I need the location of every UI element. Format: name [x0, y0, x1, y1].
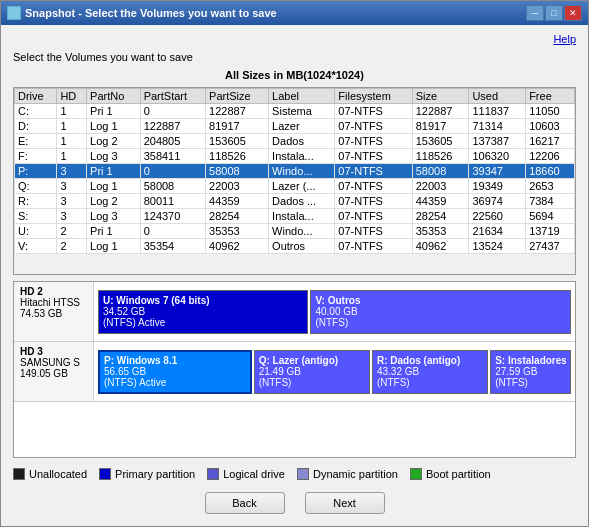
volumes-table-container[interactable]: Drive HD PartNo PartStart PartSize Label…: [13, 87, 576, 275]
legend-logical: Logical drive: [207, 468, 285, 480]
part-type: (NTFS): [495, 377, 566, 388]
main-window: Snapshot - Select the Volumes you want t…: [0, 0, 589, 527]
legend-unallocated: Unallocated: [13, 468, 87, 480]
table-row[interactable]: Q:3Log 15800822003Lazer (...07-NTFS22003…: [15, 179, 575, 194]
col-label: Label: [269, 89, 335, 104]
part-size: 40.00 GB: [315, 306, 566, 317]
partition-segment[interactable]: V: Outros 40.00 GB (NTFS): [310, 290, 571, 334]
part-type: (NTFS): [259, 377, 365, 388]
legend-boot-box: [410, 468, 422, 480]
col-hd: HD: [57, 89, 87, 104]
volumes-table: Drive HD PartNo PartStart PartSize Label…: [14, 88, 575, 254]
back-button[interactable]: Back: [205, 492, 285, 514]
part-size: 43.32 GB: [377, 366, 483, 377]
table-row[interactable]: C:1Pri 10122887Sistema07-NTFS12288711183…: [15, 104, 575, 119]
disk-partitions-wrapper: P: Windows 8.1 56.65 GB (NTFS) ActiveQ: …: [94, 342, 575, 401]
legend-dynamic-label: Dynamic partition: [313, 468, 398, 480]
legend-logical-label: Logical drive: [223, 468, 285, 480]
partition-segment[interactable]: U: Windows 7 (64 bits) 34.52 GB (NTFS) A…: [98, 290, 308, 334]
part-size: 56.65 GB: [104, 366, 246, 377]
legend: Unallocated Primary partition Logical dr…: [13, 468, 576, 480]
disk-partitions-wrapper: U: Windows 7 (64 bits) 34.52 GB (NTFS) A…: [94, 282, 575, 341]
table-row[interactable]: R:3Log 28001144359Dados ...07-NTFS443593…: [15, 194, 575, 209]
partition-segment[interactable]: Q: Lazer (antigo) 21.49 GB (NTFS): [254, 350, 370, 394]
disk-model: Hitachi HTSS: [20, 297, 87, 308]
window-icon: [7, 6, 21, 20]
content-area: Help Select the Volumes you want to save…: [1, 25, 588, 526]
part-label: S: Instaladores (an: [495, 355, 566, 366]
part-label: P: Windows 8.1: [104, 355, 246, 366]
part-label: Q: Lazer (antigo): [259, 355, 365, 366]
partition-segment[interactable]: P: Windows 8.1 56.65 GB (NTFS) Active: [98, 350, 252, 394]
partition-segment[interactable]: R: Dados (antigo) 43.32 GB (NTFS): [372, 350, 488, 394]
table-row[interactable]: S:3Log 312437028254Instala...07-NTFS2825…: [15, 209, 575, 224]
disk-entry: HD 2 Hitachi HTSS 74.53 GBU: Windows 7 (…: [14, 282, 575, 342]
part-size: 27.59 GB: [495, 366, 566, 377]
buttons-row: Back Next: [13, 486, 576, 518]
part-label: R: Dados (antigo): [377, 355, 483, 366]
legend-primary: Primary partition: [99, 468, 195, 480]
disk-name: HD 2: [20, 286, 87, 297]
part-type: (NTFS): [377, 377, 483, 388]
table-row[interactable]: U:2Pri 1035353Windo...07-NTFS35353216341…: [15, 224, 575, 239]
subtitle: Select the Volumes you want to save: [13, 51, 576, 63]
legend-boot: Boot partition: [410, 468, 491, 480]
partition-bar: U: Windows 7 (64 bits) 34.52 GB (NTFS) A…: [98, 290, 571, 334]
disk-entry: HD 3 SAMSUNG S 149.05 GBP: Windows 8.1 5…: [14, 342, 575, 402]
help-link[interactable]: Help: [553, 33, 576, 45]
table-row[interactable]: E:1Log 2204805153605Dados07-NTFS15360513…: [15, 134, 575, 149]
disk-model: SAMSUNG S: [20, 357, 87, 368]
minimize-button[interactable]: ─: [526, 5, 544, 21]
legend-primary-label: Primary partition: [115, 468, 195, 480]
disk-size: 74.53 GB: [20, 308, 87, 319]
legend-primary-box: [99, 468, 111, 480]
disk-name: HD 3: [20, 346, 87, 357]
legend-dynamic-box: [297, 468, 309, 480]
maximize-button[interactable]: □: [545, 5, 563, 21]
col-partstart: PartStart: [140, 89, 205, 104]
col-size: Size: [412, 89, 469, 104]
col-filesystem: Filesystem: [335, 89, 412, 104]
title-bar: Snapshot - Select the Volumes you want t…: [1, 1, 588, 25]
table-row[interactable]: P:3Pri 1058008Windo...07-NTFS58008393471…: [15, 164, 575, 179]
part-type: (NTFS): [315, 317, 566, 328]
legend-boot-label: Boot partition: [426, 468, 491, 480]
col-partsize: PartSize: [206, 89, 269, 104]
part-size: 34.52 GB: [103, 306, 303, 317]
help-bar: Help: [13, 33, 576, 45]
table-row[interactable]: F:1Log 3358411118526Instala...07-NTFS118…: [15, 149, 575, 164]
size-note: All Sizes in MB(1024*1024): [13, 69, 576, 81]
part-label: V: Outros: [315, 295, 566, 306]
legend-unallocated-label: Unallocated: [29, 468, 87, 480]
part-type: (NTFS) Active: [103, 317, 303, 328]
close-button[interactable]: ✕: [564, 5, 582, 21]
table-row[interactable]: V:2Log 13535440962Outros07-NTFS409621352…: [15, 239, 575, 254]
partition-bar: P: Windows 8.1 56.65 GB (NTFS) ActiveQ: …: [98, 350, 571, 394]
part-size: 21.49 GB: [259, 366, 365, 377]
window-title: Snapshot - Select the Volumes you want t…: [25, 7, 277, 19]
disk-info: HD 3 SAMSUNG S 149.05 GB: [14, 342, 94, 401]
table-row[interactable]: D:1Log 112288781917Lazer07-NTFS819177131…: [15, 119, 575, 134]
disk-info: HD 2 Hitachi HTSS 74.53 GB: [14, 282, 94, 341]
next-button[interactable]: Next: [305, 492, 385, 514]
legend-unallocated-box: [13, 468, 25, 480]
part-type: (NTFS) Active: [104, 377, 246, 388]
disk-size: 149.05 GB: [20, 368, 87, 379]
col-partno: PartNo: [87, 89, 141, 104]
col-used: Used: [469, 89, 526, 104]
disk-visual-container: HD 2 Hitachi HTSS 74.53 GBU: Windows 7 (…: [13, 281, 576, 458]
legend-dynamic: Dynamic partition: [297, 468, 398, 480]
col-free: Free: [526, 89, 575, 104]
partition-segment[interactable]: S: Instaladores (an 27.59 GB (NTFS): [490, 350, 571, 394]
part-label: U: Windows 7 (64 bits): [103, 295, 303, 306]
legend-logical-box: [207, 468, 219, 480]
col-drive: Drive: [15, 89, 57, 104]
